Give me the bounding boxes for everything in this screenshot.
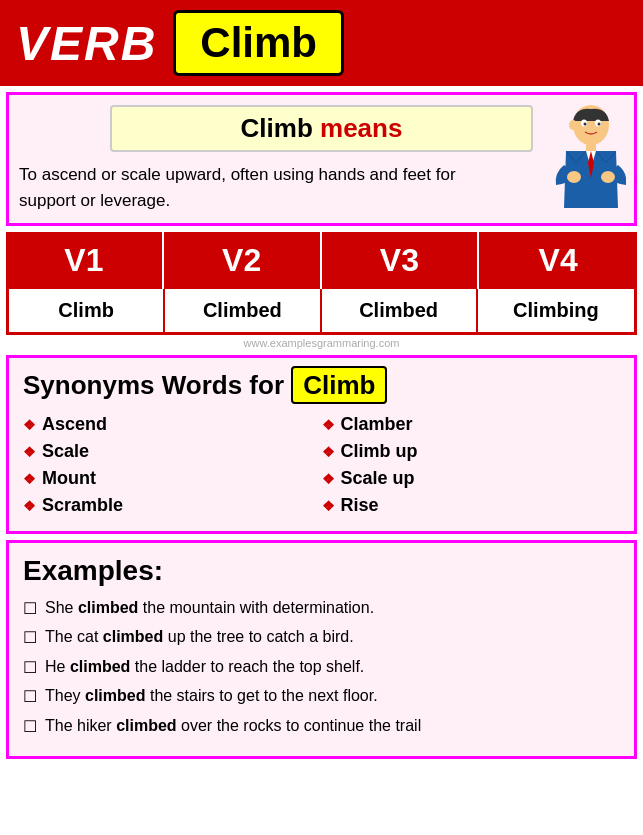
checkbox-icon: ☐ (23, 627, 37, 649)
examples-list: ☐She climbed the mountain with determina… (23, 597, 620, 738)
checkbox-icon: ☐ (23, 716, 37, 738)
synonyms-highlight-word: Climb (291, 366, 387, 404)
example-item-2: ☐He climbed the ladder to reach the top … (23, 656, 620, 679)
example-text: The hiker climbed over the rocks to cont… (45, 715, 421, 737)
checkbox-icon: ☐ (23, 598, 37, 620)
v4-value: Climbing (478, 289, 634, 332)
v2-value: Climbed (165, 289, 321, 332)
synonym-scramble: ❖Scramble (23, 492, 322, 519)
checkbox-icon: ☐ (23, 686, 37, 708)
synonym-climb-up: ❖Climb up (322, 438, 621, 465)
diamond-icon: ❖ (322, 498, 335, 514)
diamond-icon: ❖ (322, 471, 335, 487)
diamond-icon: ❖ (322, 444, 335, 460)
diamond-icon: ❖ (23, 498, 36, 514)
v1-header: V1 (6, 232, 164, 289)
verb-forms-header: V1 V2 V3 V4 (6, 232, 637, 289)
header-word-box: Climb (173, 10, 344, 76)
v3-header: V3 (322, 232, 480, 289)
examples-section: Examples: ☐She climbed the mountain with… (6, 540, 637, 759)
verb-forms-row: Climb Climbed Climbed Climbing (6, 289, 637, 335)
example-item-3: ☐They climbed the stairs to get to the n… (23, 685, 620, 708)
synonym-scale: ❖Scale (23, 438, 322, 465)
example-item-1: ☐The cat climbed up the tree to catch a … (23, 626, 620, 649)
svg-rect-6 (586, 143, 596, 151)
synonym-clamber: ❖Clamber (322, 411, 621, 438)
example-item-4: ☐The hiker climbed over the rocks to con… (23, 715, 620, 738)
synonyms-title-text: Synonyms Words for (23, 370, 291, 400)
meaning-title-box: Climb means (110, 105, 534, 152)
synonyms-left-col: ❖Ascend ❖Scale ❖Mount ❖Scramble (23, 411, 322, 519)
diamond-icon: ❖ (23, 471, 36, 487)
synonym-ascend: ❖Ascend (23, 411, 322, 438)
meaning-definition: To ascend or scale upward, often using h… (19, 162, 491, 213)
v2-header: V2 (164, 232, 322, 289)
example-text: They climbed the stairs to get to the ne… (45, 685, 378, 707)
v3-value: Climbed (322, 289, 478, 332)
v4-header: V4 (479, 232, 637, 289)
svg-point-9 (601, 171, 615, 183)
verb-label: VERB (16, 16, 157, 71)
synonyms-title: Synonyms Words for Climb (23, 370, 620, 401)
svg-point-5 (569, 120, 577, 130)
synonyms-grid: ❖Ascend ❖Scale ❖Mount ❖Scramble ❖Clamber… (23, 411, 620, 519)
synonyms-right-col: ❖Clamber ❖Climb up ❖Scale up ❖Rise (322, 411, 621, 519)
character-illustration (536, 103, 626, 213)
diamond-icon: ❖ (322, 417, 335, 433)
synonym-scale-up: ❖Scale up (322, 465, 621, 492)
synonym-mount: ❖Mount (23, 465, 322, 492)
synonyms-section: Synonyms Words for Climb ❖Ascend ❖Scale … (6, 355, 637, 534)
meaning-section: Climb means To ascend or scale upward, o… (6, 92, 637, 226)
checkbox-icon: ☐ (23, 657, 37, 679)
svg-point-4 (598, 123, 601, 126)
synonym-rise: ❖Rise (322, 492, 621, 519)
header: VERB Climb (0, 0, 643, 86)
diamond-icon: ❖ (23, 417, 36, 433)
header-word: Climb (200, 19, 317, 66)
example-item-0: ☐She climbed the mountain with determina… (23, 597, 620, 620)
watermark: www.examplesgrammaring.com (6, 337, 637, 349)
examples-title: Examples: (23, 555, 620, 587)
meaning-title: Climb means (241, 113, 403, 143)
v1-value: Climb (9, 289, 165, 332)
example-text: He climbed the ladder to reach the top s… (45, 656, 364, 678)
svg-point-8 (567, 171, 581, 183)
example-text: She climbed the mountain with determinat… (45, 597, 374, 619)
diamond-icon: ❖ (23, 444, 36, 460)
verb-forms-section: V1 V2 V3 V4 Climb Climbed Climbed Climbi… (6, 232, 637, 349)
example-text: The cat climbed up the tree to catch a b… (45, 626, 354, 648)
svg-point-3 (584, 123, 587, 126)
